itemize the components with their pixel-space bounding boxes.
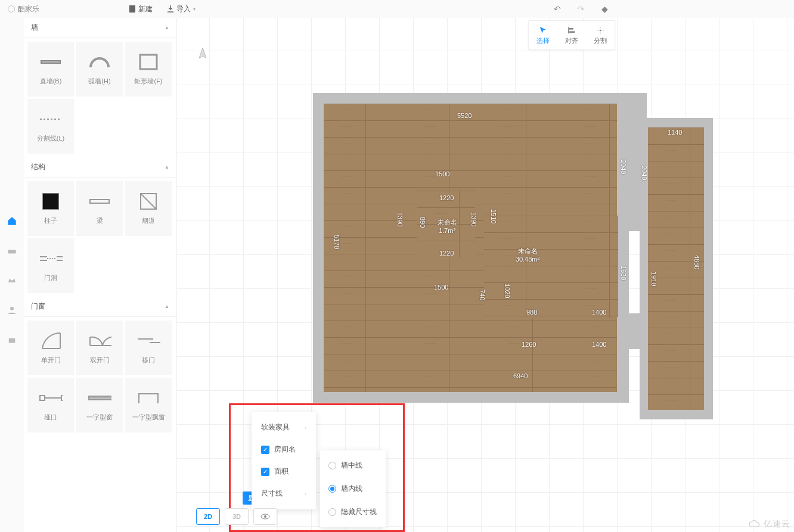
view-2d-button[interactable]: 2D	[196, 508, 220, 525]
section-doorwin[interactable]: 门窗▲	[24, 297, 176, 317]
svg-rect-8	[42, 193, 59, 210]
svg-rect-1	[129, 5, 135, 13]
tool-baywindow[interactable]: 一字型飘窗	[125, 378, 172, 433]
room-label-2: 未命名30.48m²	[504, 247, 551, 263]
canvas[interactable]: 选择 对齐 分割 未命名1.7m² 未	[177, 18, 794, 532]
align-icon	[567, 26, 576, 35]
tool-split-line[interactable]: 分割线(L)	[27, 99, 74, 154]
left-rail	[0, 18, 24, 532]
clear-icon[interactable]: ◆	[601, 4, 608, 14]
view-3d-button[interactable]: 3D	[225, 508, 249, 525]
dim-label: 4880	[693, 255, 700, 269]
redo-icon[interactable]: ↷	[578, 4, 585, 14]
dim-label: 1220	[439, 250, 454, 257]
dim-label: 1140	[668, 129, 682, 136]
rail-crown-icon[interactable]	[5, 274, 18, 287]
svg-rect-32	[569, 31, 575, 33]
floor-plan[interactable]: 未命名1.7m² 未命名30.48m² 5520 1140 6940 5170 …	[313, 93, 714, 423]
dimension-submenu: 墙中线 墙内线 隐藏尺寸线	[320, 450, 386, 527]
hexagon-icon	[7, 5, 15, 13]
dim-label: 2040	[620, 160, 627, 174]
tool-straight-wall[interactable]: 直墙(B)	[27, 42, 74, 97]
mode-toolbar: 选择 对齐 分割	[528, 20, 615, 50]
menu-area[interactable]: ✓面积	[252, 461, 316, 483]
new-button[interactable]: 新建	[129, 4, 153, 14]
svg-point-35	[600, 29, 601, 31]
radio-wall-inner[interactable]: 墙内线	[320, 477, 386, 500]
dim-label: 1510	[490, 209, 497, 223]
tool-window[interactable]: 一字型窗	[76, 378, 123, 433]
view-buttons: 2D 3D	[196, 508, 277, 525]
dim-label: 1630	[620, 266, 627, 280]
dim-label: 5520	[457, 112, 472, 119]
radio-checked-icon	[328, 485, 336, 493]
split-icon	[596, 26, 605, 35]
dim-label: 980	[526, 309, 537, 316]
dim-label: 1910	[650, 272, 657, 286]
tool-sidebar: 墙▲ 直墙(B) 弧墙(H) 矩形墙(F) 分割线(L) 结构▲ 柱子 梁 烟道…	[24, 18, 177, 532]
app-name: 酷家乐	[18, 4, 39, 14]
app-logo: 酷家乐	[7, 4, 39, 14]
import-icon	[167, 5, 174, 13]
section-struct[interactable]: 结构▲	[24, 157, 176, 178]
rail-user-icon[interactable]	[5, 304, 18, 317]
dim-label: 740	[479, 290, 486, 300]
svg-rect-31	[569, 28, 573, 30]
dim-label: 6940	[513, 372, 528, 379]
mode-align[interactable]: 对齐	[557, 21, 586, 49]
history-icons: ↶ ↷ ◆	[554, 4, 608, 14]
radio-wall-center[interactable]: 墙中线	[320, 454, 386, 477]
rail-home-icon[interactable]	[5, 214, 18, 228]
cloud-icon	[748, 519, 761, 529]
section-wall[interactable]: 墙▲	[24, 18, 176, 38]
mode-split[interactable]: 分割	[586, 21, 615, 49]
rail-sofa-icon[interactable]	[5, 244, 18, 257]
file-icon	[129, 5, 136, 13]
radio-icon	[328, 508, 336, 516]
view-eye-button[interactable]	[253, 508, 277, 525]
chevron-up-icon: ▲	[165, 164, 169, 170]
wall-tools: 直墙(B) 弧墙(H) 矩形墙(F) 分割线(L)	[24, 38, 176, 157]
eye-icon	[260, 513, 270, 520]
svg-point-3	[10, 307, 14, 310]
tool-beam[interactable]: 梁	[76, 181, 123, 236]
chevron-up-icon: ▲	[165, 25, 169, 30]
tool-single-door[interactable]: 单开门	[27, 321, 74, 375]
import-button[interactable]: 导入 ▾	[167, 4, 196, 14]
rail-trolley-icon[interactable]	[5, 334, 18, 347]
dim-label: 1390	[470, 212, 477, 226]
mode-select[interactable]: 选择	[529, 21, 557, 49]
dim-label: 5170	[333, 235, 340, 249]
checkbox-checked-icon: ✓	[261, 468, 269, 476]
svg-marker-29	[199, 48, 206, 58]
top-actions: 新建 导入 ▾	[129, 4, 196, 14]
doorwin-tools: 单开门 双开门 移门 垭口 一字型窗 一字型飘窗	[24, 317, 176, 436]
tool-sliding-door[interactable]: 移门	[125, 321, 172, 375]
svg-rect-2	[8, 250, 16, 254]
menu-room-name[interactable]: ✓房间名	[252, 438, 316, 461]
tool-rect-wall[interactable]: 矩形墙(F)	[125, 42, 172, 97]
tool-arc-wall[interactable]: 弧墙(H)	[76, 42, 123, 97]
chevron-right-icon: ›	[305, 490, 306, 497]
menu-dimension[interactable]: 尺寸线›	[252, 483, 316, 505]
top-bar: 酷家乐 新建 导入 ▾ ↶ ↷ ◆	[0, 0, 794, 18]
menu-soft-furniture[interactable]: 软装家具›	[252, 416, 316, 438]
svg-rect-9	[90, 200, 109, 203]
dim-label: 2040	[641, 166, 648, 180]
tool-column[interactable]: 柱子	[27, 181, 74, 236]
compass-icon	[197, 48, 209, 66]
dim-label: 1390	[396, 212, 404, 226]
tool-double-door[interactable]: 双开门	[76, 321, 123, 375]
radio-hide-dim[interactable]: 隐藏尺寸线	[320, 500, 386, 524]
svg-point-37	[264, 515, 266, 518]
svg-rect-6	[140, 55, 157, 69]
dim-label: 1500	[434, 284, 448, 291]
checkbox-checked-icon: ✓	[261, 446, 269, 454]
chevron-up-icon: ▲	[165, 304, 169, 309]
undo-icon[interactable]: ↶	[554, 4, 561, 14]
tool-flue[interactable]: 烟道	[125, 181, 172, 236]
dim-label: 890	[419, 217, 426, 228]
dim-label: 1400	[592, 341, 606, 348]
tool-yakou[interactable]: 垭口	[27, 378, 74, 433]
tool-door-opening[interactable]: 门洞	[27, 238, 74, 293]
